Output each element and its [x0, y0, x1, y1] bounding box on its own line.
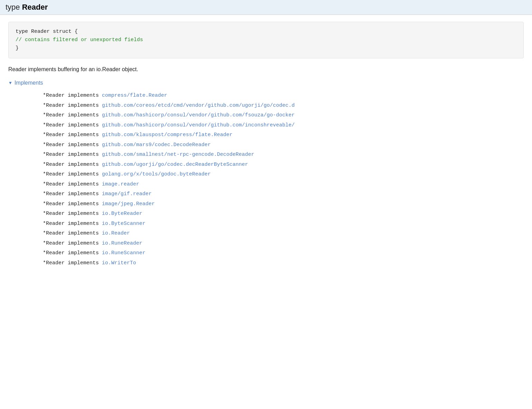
impl-link-5[interactable]: github.com/mars9/codec.DecodeReader — [102, 142, 211, 148]
impl-prefix-text: *Reader implements — [43, 171, 102, 177]
toggle-arrow-icon: ▼ — [8, 80, 12, 85]
implements-item: *Reader implements image.reader — [43, 180, 524, 190]
impl-prefix-text: *Reader implements — [43, 181, 102, 187]
implements-item: *Reader implements io.RuneReader — [43, 239, 524, 249]
impl-prefix-text: *Reader implements — [43, 132, 102, 138]
impl-link-16[interactable]: io.RuneScanner — [102, 250, 145, 256]
impl-link-6[interactable]: github.com/smallnest/net-rpc-gencode.Dec… — [102, 152, 254, 158]
implements-item: *Reader implements github.com/smallnest/… — [43, 150, 524, 160]
impl-prefix-text: *Reader implements — [43, 201, 102, 207]
title-name: Reader — [22, 3, 48, 11]
impl-link-11[interactable]: image/jpeg.Reader — [102, 201, 155, 207]
description-text: Reader implements buffering for an io.Re… — [8, 65, 524, 74]
implements-item: *Reader implements image/gif.reader — [43, 189, 524, 199]
impl-prefix-text: *Reader implements — [43, 221, 102, 227]
impl-link-15[interactable]: io.RuneReader — [102, 240, 142, 246]
impl-prefix-text: *Reader implements — [43, 103, 102, 108]
impl-prefix-text: *Reader implements — [43, 142, 102, 148]
implements-item: *Reader implements io.Reader — [43, 229, 524, 239]
impl-prefix-text: *Reader implements — [43, 250, 102, 256]
impl-link-4[interactable]: github.com/klauspost/compress/flate.Read… — [102, 132, 232, 138]
impl-prefix-text: *Reader implements — [43, 260, 102, 266]
impl-prefix-text: *Reader implements — [43, 191, 102, 197]
impl-link-12[interactable]: io.ByteReader — [102, 211, 142, 217]
impl-link-8[interactable]: golang.org/x/tools/godoc.byteReader — [102, 171, 211, 177]
implements-item: *Reader implements github.com/hashicorp/… — [43, 121, 524, 131]
impl-prefix-text: *Reader implements — [43, 93, 102, 98]
impl-prefix-text: *Reader implements — [43, 230, 102, 236]
impl-link-1[interactable]: github.com/coreos/etcd/cmd/vendor/github… — [102, 103, 295, 108]
impl-prefix-text: *Reader implements — [43, 122, 102, 128]
code-line-3: } — [16, 44, 516, 53]
code-line-2: // contains filtered or unexported field… — [16, 36, 516, 44]
impl-prefix-text: *Reader implements — [43, 211, 102, 217]
impl-link-13[interactable]: io.ByteScanner — [102, 221, 145, 227]
title-prefix: type — [6, 3, 22, 11]
impl-link-9[interactable]: image.reader — [102, 181, 139, 187]
page-title: type Reader — [6, 3, 526, 12]
impl-link-14[interactable]: io.Reader — [102, 230, 130, 236]
impl-prefix-text: *Reader implements — [43, 162, 102, 168]
impl-prefix-text: *Reader implements — [43, 152, 102, 158]
implements-item: *Reader implements github.com/ugorji/go/… — [43, 160, 524, 170]
impl-prefix-text: *Reader implements — [43, 112, 102, 118]
impl-prefix-text: *Reader implements — [43, 240, 102, 246]
impl-link-7[interactable]: github.com/ugorji/go/codec.decReaderByte… — [102, 162, 248, 168]
impl-link-2[interactable]: github.com/hashicorp/consul/vendor/githu… — [102, 112, 295, 118]
impl-link-10[interactable]: image/gif.reader — [102, 191, 152, 197]
implements-item: *Reader implements golang.org/x/tools/go… — [43, 170, 524, 180]
main-content: type Reader struct { // contains filtere… — [0, 15, 532, 275]
impl-link-0[interactable]: compress/flate.Reader — [102, 93, 167, 98]
implements-label: Implements — [15, 80, 43, 86]
implements-item: *Reader implements compress/flate.Reader — [43, 91, 524, 101]
impl-link-3[interactable]: github.com/hashicorp/consul/vendor/githu… — [102, 122, 295, 128]
implements-item: *Reader implements io.WriterTo — [43, 258, 524, 268]
implements-item: *Reader implements image/jpeg.Reader — [43, 199, 524, 209]
implements-item: *Reader implements github.com/coreos/etc… — [43, 101, 524, 111]
implements-list: *Reader implements compress/flate.Reader… — [8, 91, 524, 268]
implements-item: *Reader implements github.com/mars9/code… — [43, 140, 524, 150]
implements-item: *Reader implements io.RuneScanner — [43, 248, 524, 258]
page-header: type Reader — [0, 0, 532, 15]
implements-item: *Reader implements io.ByteReader — [43, 209, 524, 219]
implements-section: ▼ Implements *Reader implements compress… — [8, 80, 524, 268]
code-line-1: type Reader struct { — [16, 28, 516, 36]
implements-item: *Reader implements github.com/hashicorp/… — [43, 111, 524, 121]
code-block: type Reader struct { // contains filtere… — [8, 22, 524, 58]
implements-item: *Reader implements io.ByteScanner — [43, 219, 524, 229]
impl-link-17[interactable]: io.WriterTo — [102, 260, 136, 266]
implements-toggle[interactable]: ▼ Implements — [8, 80, 524, 86]
implements-item: *Reader implements github.com/klauspost/… — [43, 130, 524, 140]
